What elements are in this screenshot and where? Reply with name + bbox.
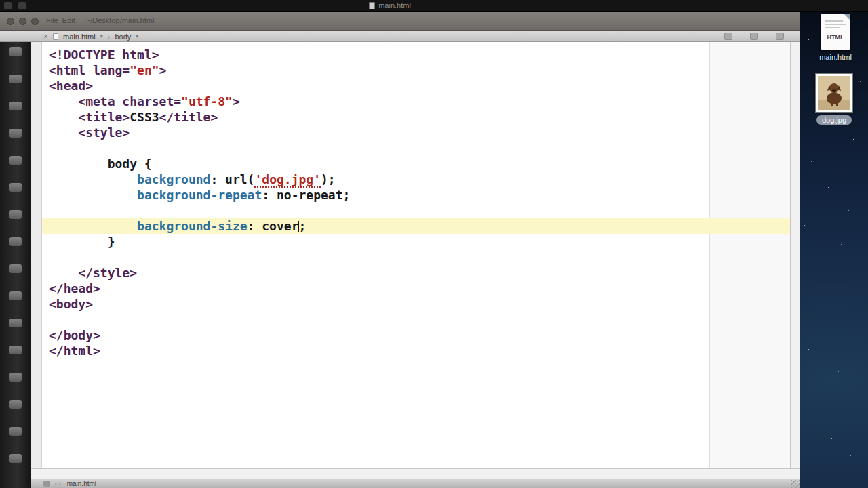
desktop: HTML main.html dog.jpg main.ht <box>0 0 868 488</box>
code-line[interactable]: </body> <box>42 327 790 343</box>
path-bar: × main.html ▾ › body ▾ <box>0 30 800 42</box>
icon-line <box>825 27 840 28</box>
chevron-down-icon[interactable]: ▾ <box>136 33 138 39</box>
code-line[interactable]: <head> <box>42 78 790 94</box>
breadcrumb-scope[interactable]: body <box>115 33 131 41</box>
code-token: </html> <box>49 344 100 358</box>
dock-item[interactable] <box>9 210 22 219</box>
dock-item[interactable] <box>9 400 22 409</box>
code-token: background-size <box>137 219 248 233</box>
code-token: <!DOCTYPE html> <box>49 47 159 62</box>
dock-item[interactable] <box>9 156 22 165</box>
code-token: > <box>159 63 167 77</box>
code-lines: <!DOCTYPE html><html lang="en"><head> <m… <box>42 42 790 359</box>
code-token: : url( <box>210 172 254 186</box>
code-line[interactable]: background-size: cover; <box>42 218 790 234</box>
code-line[interactable]: background-repeat: no-repeat; <box>42 187 790 203</box>
dock-item[interactable] <box>9 183 22 192</box>
code-line[interactable]: <style> <box>42 125 790 140</box>
code-line[interactable]: <!DOCTYPE html> <box>42 47 790 62</box>
code-line[interactable] <box>42 249 790 265</box>
code-token <box>49 219 137 233</box>
dock-item[interactable] <box>9 454 22 463</box>
window-title: main.html <box>0 0 780 12</box>
html-badge: HTML <box>821 34 850 41</box>
code-token <box>49 188 137 202</box>
resize-grip[interactable] <box>791 480 800 488</box>
icon-line <box>825 20 843 22</box>
desktop-icon-dog-jpg[interactable]: dog.jpg <box>810 73 859 125</box>
gear-icon[interactable] <box>776 33 784 40</box>
code-line[interactable]: background: url('dog.jpg'); <box>42 171 790 187</box>
file-icon <box>53 33 58 40</box>
breadcrumb: × main.html ▾ › body ▾ <box>43 31 138 41</box>
toolbar-text: File Edit ~/Desktop/main.html <box>46 16 154 24</box>
code-line[interactable]: } <box>42 234 790 249</box>
code-line[interactable]: <title>CSS3</title> <box>42 109 790 125</box>
zoom-button[interactable] <box>31 18 39 25</box>
code-line[interactable]: body { <box>42 156 790 171</box>
code-line[interactable]: </head> <box>42 281 790 296</box>
dog-photo-icon <box>815 73 853 113</box>
code-token: <title> <box>49 110 130 124</box>
dock-item[interactable] <box>9 427 22 436</box>
desktop-icon-label-selected: dog.jpg <box>816 115 852 125</box>
code-line[interactable]: <meta charset="utf-8"> <box>42 94 790 109</box>
nav-arrows-icon[interactable]: ‹› <box>55 480 62 487</box>
split-view-icon[interactable] <box>750 33 758 40</box>
language-icon[interactable] <box>43 481 50 487</box>
statusbar-filename: main.html <box>67 480 96 487</box>
dock-item[interactable] <box>9 264 22 273</box>
code-line[interactable]: <html lang="en"> <box>42 62 790 78</box>
status-bar: ‹› main.html <box>31 479 800 488</box>
code-token: : no-repeat; <box>262 188 350 202</box>
code-token: "en" <box>130 63 159 77</box>
code-line[interactable]: </style> <box>42 265 790 281</box>
code-token: ); <box>321 172 336 186</box>
code-token: body { <box>49 157 152 171</box>
horizontal-scrollbar[interactable] <box>31 468 800 479</box>
icon-line <box>825 24 846 25</box>
menu-bar: main.html <box>0 0 868 12</box>
code-token: background <box>137 172 210 186</box>
code-token: <head> <box>49 79 93 93</box>
dock-item[interactable] <box>9 75 22 83</box>
dock-item[interactable] <box>9 346 22 354</box>
window-title-text: main.html <box>378 1 411 9</box>
code-token: } <box>49 235 115 249</box>
html-file-icon: HTML <box>821 14 850 50</box>
close-button[interactable] <box>7 18 14 25</box>
dock-item[interactable] <box>9 47 22 56</box>
code-line[interactable] <box>42 203 790 218</box>
code-token: </style> <box>49 266 137 280</box>
code-editor[interactable]: <!DOCTYPE html><html lang="en"><head> <m… <box>42 42 790 468</box>
vertical-scrollbar[interactable] <box>790 42 800 468</box>
code-line[interactable] <box>42 140 790 156</box>
code-token: CSS3 <box>130 110 159 124</box>
toolbar-file-path: ~/Desktop/main.html <box>86 16 155 24</box>
symbols-icon[interactable] <box>724 33 732 40</box>
window-toolbar: File Edit ~/Desktop/main.html <box>0 12 800 30</box>
code-token: <body> <box>49 297 93 311</box>
dock-item[interactable] <box>9 319 22 327</box>
editor-gutter <box>31 42 42 468</box>
code-line[interactable]: <body> <box>42 296 790 312</box>
breadcrumb-file[interactable]: main.html <box>63 33 96 41</box>
pathbar-tools <box>724 33 784 40</box>
dock-item[interactable] <box>9 237 22 246</box>
code-line[interactable] <box>42 312 790 327</box>
minimize-button[interactable] <box>19 18 26 25</box>
breadcrumb-separator: › <box>108 33 111 41</box>
dock-item[interactable] <box>9 291 22 300</box>
code-token: > <box>233 94 240 108</box>
dock-item[interactable] <box>9 373 22 382</box>
chevron-down-icon[interactable]: ▾ <box>100 33 103 39</box>
dog-image <box>818 76 850 110</box>
dock-item[interactable] <box>9 129 22 138</box>
close-tab-icon[interactable]: × <box>43 32 48 41</box>
desktop-icon-main-html[interactable]: HTML main.html <box>811 14 860 61</box>
toolbar-menus[interactable]: File Edit <box>46 16 75 24</box>
code-line[interactable]: </html> <box>42 343 790 359</box>
desktop-icon-label: main.html <box>811 53 860 61</box>
dock-item[interactable] <box>9 102 22 110</box>
